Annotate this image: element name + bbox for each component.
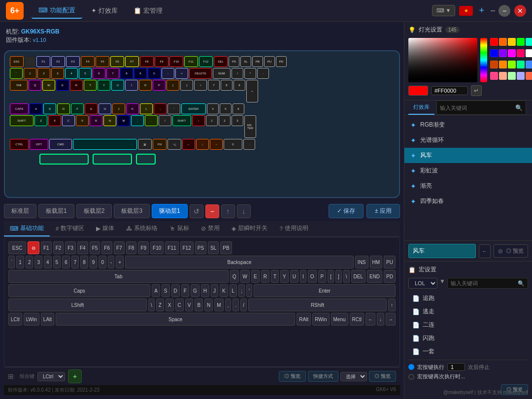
key-up[interactable]: ↑ (192, 115, 205, 126)
key-g[interactable]: G (85, 103, 98, 114)
key-esc[interactable]: ESC (10, 56, 24, 67)
save-button[interactable]: ✓ 保存 (329, 204, 364, 218)
swatch-blue[interactable] (490, 49, 498, 57)
func-tab-disable[interactable]: ⊘ 禁用 (195, 221, 226, 236)
key-ndot[interactable]: . (243, 139, 255, 150)
key-t[interactable]: T (84, 80, 97, 91)
func-tab-numpad[interactable]: # 数字键区 (50, 221, 90, 236)
key-n7[interactable]: 7 (208, 80, 220, 91)
swatch-coral[interactable] (526, 72, 532, 80)
shortcut-btn[interactable]: 快捷方式 (308, 371, 338, 382)
key-h[interactable]: H (99, 103, 111, 114)
swatch-periwinkle[interactable] (517, 72, 525, 80)
key-4[interactable]: 4 (65, 68, 78, 79)
key-cmd[interactable]: CMD (49, 139, 72, 150)
ki-f2[interactable]: F2 (53, 241, 64, 254)
key-enter[interactable]: ENTER (181, 103, 206, 114)
key-f12[interactable]: F12 (199, 56, 213, 67)
key-f[interactable]: F (71, 103, 84, 114)
macro-item-flash[interactable]: 📄 闪跑 (408, 332, 528, 345)
key-num[interactable]: NUM (213, 68, 231, 79)
swatch-lime[interactable] (508, 61, 516, 68)
nav-func-config[interactable]: ⌨ 功能配置 (32, 3, 82, 19)
key-equals[interactable]: = (175, 68, 188, 79)
key-r[interactable]: R (70, 80, 83, 91)
swatch-peach[interactable] (499, 72, 507, 80)
key-n0[interactable]: 0 (224, 139, 242, 150)
ki-sl[interactable]: SL (208, 241, 219, 254)
key-fn[interactable]: FN (153, 139, 166, 150)
key-n[interactable]: N (103, 115, 116, 126)
key-u[interactable]: U (111, 80, 124, 91)
key-n4[interactable]: 4 (207, 103, 219, 114)
key-s[interactable]: S (43, 103, 56, 114)
swatch-red[interactable] (490, 38, 498, 46)
key-v[interactable]: V (76, 115, 89, 126)
key-b[interactable]: B (90, 115, 102, 126)
key-w[interactable]: W (42, 80, 55, 91)
key-delete[interactable]: DELETE (189, 68, 212, 79)
ki-4[interactable]: 4 (44, 256, 52, 268)
swatch-magenta[interactable] (508, 49, 516, 57)
ki-x[interactable]: X (166, 299, 174, 311)
key-nslash[interactable]: / (232, 68, 243, 79)
ki-slash[interactable]: / (240, 299, 247, 311)
swatch-pink[interactable] (517, 49, 525, 57)
ki-rctl[interactable]: RCtl (350, 313, 364, 326)
ki-caps[interactable]: Caps (8, 284, 150, 297)
layer-down-btn[interactable]: ↓ (237, 204, 251, 218)
ki-backslash[interactable]: \ (343, 270, 350, 283)
key-f4[interactable]: F4 (81, 56, 95, 67)
layer-tab-standard[interactable]: 标准层 (4, 204, 36, 218)
layer-up-btn[interactable]: ↑ (221, 204, 235, 218)
ki-bslash[interactable]: \ (148, 299, 155, 311)
key-n8[interactable]: 8 (221, 80, 233, 91)
key-f6[interactable]: F6 (110, 56, 124, 67)
ki-semi[interactable]: ; (238, 284, 245, 297)
key-k[interactable]: K (126, 103, 139, 114)
ki-rshift[interactable]: RShift (248, 299, 387, 311)
key-f7[interactable]: F7 (125, 56, 139, 67)
swatch-darkred[interactable] (490, 61, 498, 68)
key-rshift[interactable]: SHIFT (172, 115, 191, 126)
func-tab-media[interactable]: ▶ 媒体 (90, 221, 120, 236)
func-tab-system[interactable]: 🖧 系统标络 (120, 221, 164, 236)
swatch-amber[interactable] (499, 61, 507, 68)
ki-ralt[interactable]: RAlt (297, 313, 311, 326)
key-y[interactable]: Y (98, 80, 110, 91)
key-backtick[interactable]: ` (10, 68, 23, 79)
preview-btn-2[interactable]: ◎ 预览 (369, 371, 396, 382)
swatch-teal[interactable] (526, 38, 532, 46)
effect-rainbow[interactable]: ✦ 彩虹波 (404, 163, 532, 178)
key-9[interactable]: 9 (134, 68, 147, 79)
nav-macro[interactable]: 📋 宏管理 (127, 3, 169, 19)
ki-k[interactable]: K (220, 284, 228, 297)
ki-2[interactable]: 2 (26, 256, 33, 268)
key-5[interactable]: 5 (79, 68, 92, 79)
ki-f7[interactable]: F7 (114, 241, 125, 254)
ki-arrow-left[interactable]: ← (366, 313, 375, 326)
exec-count-input[interactable] (447, 363, 465, 371)
minimize-button[interactable]: − (499, 5, 510, 17)
key-n5[interactable]: 5 (220, 103, 232, 114)
key-comma[interactable]: , (131, 115, 144, 126)
key-slash[interactable]: / (159, 115, 171, 126)
key-n2[interactable]: 2 (219, 115, 231, 126)
effect-prev-btn[interactable]: ← (479, 244, 491, 258)
ki-j[interactable]: J (211, 284, 218, 297)
key-n9[interactable]: 9 (233, 80, 245, 91)
hue-slider[interactable] (480, 38, 487, 82)
key-nstar[interactable]: * (244, 68, 256, 79)
preview-btn-1[interactable]: ◎ 预览 (279, 371, 306, 382)
key-n6[interactable]: 6 (233, 103, 244, 114)
key-nplus[interactable]: + (246, 80, 258, 102)
hex-color-input[interactable] (431, 86, 468, 95)
ki-c[interactable]: C (175, 299, 184, 311)
key-f1-sub[interactable] (25, 56, 35, 67)
ki-pb[interactable]: PB (220, 241, 232, 254)
ki-6[interactable]: 6 (62, 256, 70, 268)
effect-tab-library[interactable]: 灯效库 (408, 100, 434, 115)
layer-tab-3[interactable]: 板载层3 (114, 204, 150, 218)
key-pb[interactable]: PB (252, 56, 263, 67)
func-tab-usage[interactable]: ? 使用说明 (273, 221, 314, 236)
